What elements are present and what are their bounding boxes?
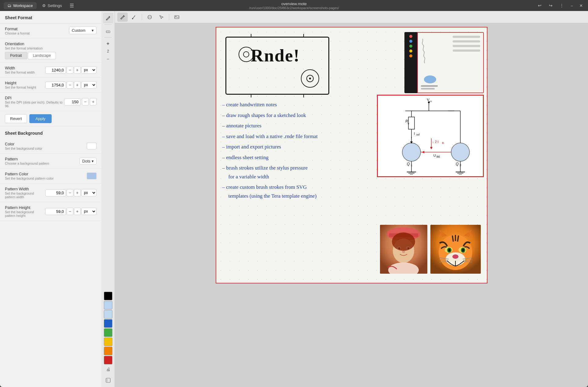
pattern-color-preview[interactable]: [87, 173, 97, 179]
pattern-sublabel: Choose a background pattern: [5, 162, 49, 165]
bline2: [421, 88, 435, 89]
width-plus-button[interactable]: +: [74, 66, 81, 74]
svg-point-68: [462, 249, 464, 252]
canvas-area[interactable]: Rnde!: [115, 23, 588, 387]
orientation-group: Orientation Set the format orientation P…: [0, 38, 101, 63]
pattern-width-group: Pattern Width Set the background pattern…: [0, 184, 101, 202]
brush-tool-top[interactable]: [129, 13, 139, 22]
dot4: [409, 49, 412, 53]
left-sidebar: Sheet Format Format Choose a format Cust…: [0, 11, 101, 387]
color-darkblue-swatch[interactable]: [104, 319, 112, 328]
dpi-plus-button[interactable]: +: [90, 98, 97, 105]
width-input-group: − + px mm in: [45, 66, 97, 74]
sheet-format-header: Sheet Format: [0, 11, 101, 24]
pattern-dropdown[interactable]: Dots ▾: [79, 158, 97, 165]
height-plus-button[interactable]: +: [74, 81, 81, 89]
color-black-swatch[interactable]: [104, 292, 112, 300]
app-screenshot-mock: [404, 32, 484, 93]
dot5: [409, 54, 412, 57]
format-group: Format Choose a format Custom ▾: [0, 24, 101, 38]
pattern-color-label-group: Pattern Color Set the background pattern…: [5, 172, 54, 180]
main-layout: Sheet Format Format Choose a format Cust…: [0, 11, 588, 387]
bullet-4: – save and load with a native .rnde file…: [222, 133, 384, 141]
pattern-width-minus-button[interactable]: −: [67, 189, 73, 196]
pattern-height-label-group: Pattern Height Set the background patter…: [5, 205, 45, 217]
color-yellow-swatch[interactable]: [104, 338, 112, 346]
svg-rect-16: [408, 117, 415, 129]
image-tool-top[interactable]: [172, 13, 182, 22]
zoom-minus-button[interactable]: −: [103, 54, 113, 64]
svg-line-71: [439, 260, 448, 260]
add-page-button[interactable]: +: [103, 38, 113, 49]
pen-tool-top[interactable]: [117, 13, 128, 22]
svg-line-74: [463, 260, 473, 260]
more-options-button[interactable]: ⋮: [557, 2, 566, 9]
bg-color-preview[interactable]: [87, 143, 97, 149]
revert-button[interactable]: Revert: [5, 114, 27, 123]
orientation-sublabel: Set the format orientation: [5, 46, 97, 50]
hamburger-menu-button[interactable]: ☰: [68, 2, 76, 9]
color-red-swatch[interactable]: [104, 356, 112, 364]
bullet-8a: – create custom brush strokes from SVG: [222, 183, 384, 191]
circle-deco-br: [301, 69, 319, 88]
window-title: overview.mote: [281, 2, 307, 6]
dpi-input-group: − +: [64, 98, 97, 105]
panel-toggle-button[interactable]: [106, 375, 111, 385]
pen-tool-button[interactable]: [103, 13, 113, 23]
pattern-width-plus-button[interactable]: +: [74, 189, 81, 196]
dpi-minus-button[interactable]: −: [82, 98, 89, 105]
shapes-tool-top[interactable]: [144, 13, 155, 22]
color-orange-swatch[interactable]: [104, 347, 112, 355]
redo-button[interactable]: ↪: [546, 2, 555, 9]
print-icon-button[interactable]: 🖨: [104, 365, 112, 374]
orientation-buttons: Portrait Landscape: [5, 52, 97, 59]
width-input[interactable]: [45, 67, 66, 74]
color-blue2-swatch[interactable]: [104, 310, 112, 319]
color-lightblue-swatch[interactable]: [104, 301, 112, 309]
svg-text:v: v: [408, 122, 409, 125]
tiger-photo: [430, 225, 481, 274]
height-input[interactable]: [45, 82, 66, 89]
color-green-swatch[interactable]: [104, 328, 112, 337]
bg-color-sublabel: Set the background color: [5, 147, 42, 150]
width-unit-select[interactable]: px mm in: [81, 66, 97, 74]
mock-sidebar: [404, 32, 417, 93]
pattern-height-minus-button[interactable]: −: [67, 208, 73, 215]
deco-line-top-right: [303, 34, 304, 37]
undo-button[interactable]: ↩: [535, 2, 544, 9]
pattern-width-input[interactable]: [45, 189, 66, 196]
svg-point-12: [428, 101, 430, 103]
pattern-height-plus-button[interactable]: +: [74, 208, 81, 215]
height-minus-button[interactable]: −: [67, 81, 73, 89]
select-tool-top[interactable]: [156, 13, 166, 22]
dpi-group: DPI Set the DPI (dots per inch). Default…: [0, 93, 101, 111]
sheet-background-header: Sheet Background: [0, 126, 101, 139]
pattern-group: Pattern Choose a background pattern Dots…: [0, 154, 101, 169]
titlebar-right: ↩ ↪ ⋮ – ✕: [535, 2, 584, 9]
pattern-height-input-group: − + px mm: [45, 208, 97, 215]
titlebar-left: 🗂 Workspace ⚙ Settings ☰: [4, 2, 76, 9]
minimize-button[interactable]: –: [568, 2, 575, 9]
height-unit-select[interactable]: px mm in: [81, 81, 97, 89]
svg-text:BE: BE: [436, 155, 440, 158]
apply-button[interactable]: Apply: [29, 114, 52, 123]
eraser-tool-button[interactable]: [103, 26, 113, 36]
pattern-width-label: Pattern Width: [5, 187, 45, 191]
tiger-svg: [430, 225, 481, 274]
dpi-input[interactable]: [64, 98, 81, 105]
canvas-column: Rnde!: [115, 11, 588, 387]
close-button[interactable]: ✕: [578, 2, 584, 9]
tab-settings[interactable]: ⚙ Settings: [38, 2, 66, 9]
format-dropdown[interactable]: Custom ▾: [69, 27, 97, 34]
pattern-width-unit-select[interactable]: px mm: [81, 189, 97, 196]
landscape-button[interactable]: Landscape: [28, 52, 56, 59]
pattern-height-input[interactable]: [45, 208, 66, 215]
format-dropdown-arrow: ▾: [92, 28, 94, 33]
bullet-3: – annotate pictures: [222, 122, 384, 130]
bullet-list: – create handwritten notes – draw rough …: [222, 101, 384, 203]
tab-workspace[interactable]: 🗂 Workspace: [4, 2, 37, 9]
width-minus-button[interactable]: −: [67, 66, 73, 74]
action-row: Revert Apply: [0, 111, 101, 126]
portrait-button[interactable]: Portrait: [5, 52, 27, 59]
pattern-height-unit-select[interactable]: px mm: [81, 208, 97, 215]
